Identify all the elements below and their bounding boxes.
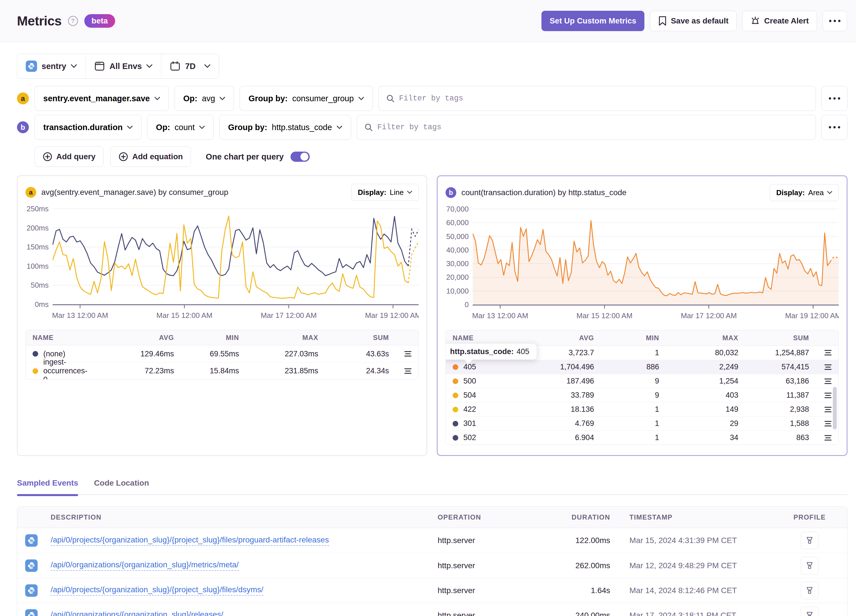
project-selector[interactable]: sentry	[17, 54, 85, 79]
event-duration: 262.00ms	[548, 561, 610, 570]
series-max: 149	[659, 405, 738, 414]
series-menu-icon[interactable]	[824, 378, 832, 384]
y-axis-tick: 60,000	[446, 218, 469, 227]
add-query-button[interactable]: Add query	[34, 146, 103, 167]
main-content: sentry All Envs 7D a sentry.event_manage…	[0, 42, 856, 616]
series-min: 69.55ms	[174, 350, 239, 358]
metric-select-a[interactable]: sentry.event_manager.save	[34, 86, 169, 111]
chevron-down-icon	[146, 64, 152, 68]
series-menu-icon[interactable]	[824, 407, 832, 413]
one-chart-per-query-toggle[interactable]	[291, 152, 310, 162]
chevron-down-icon	[220, 97, 225, 100]
series-name: 422	[463, 405, 476, 414]
series-color-dot	[453, 379, 458, 384]
groupby-select-b[interactable]: Group by: http.status_code	[219, 115, 351, 140]
series-row[interactable]: 4051,704.4968862,249574,415	[446, 360, 839, 374]
series-menu-icon[interactable]	[404, 351, 412, 357]
profile-icon	[806, 562, 813, 570]
one-chart-per-query-label: One chart per query	[206, 152, 284, 162]
col-header-name: NAME	[32, 334, 89, 342]
chart-canvas[interactable]	[52, 206, 419, 308]
tag-filter-input-a[interactable]	[399, 94, 808, 103]
series-menu-icon[interactable]	[824, 364, 832, 370]
series-max: 80,032	[659, 348, 738, 357]
x-axis: Mar 13 12:00 AMMar 15 12:00 AMMar 17 12:…	[52, 311, 419, 322]
x-axis-tick: Mar 15 12:00 AM	[156, 311, 212, 320]
series-min: 886	[594, 363, 659, 371]
series-line-tail	[408, 229, 419, 266]
series-row[interactable]: 5026.904134863	[446, 430, 839, 445]
header-more-button[interactable]	[823, 11, 847, 31]
display-value: Line	[390, 188, 404, 197]
event-description-link[interactable]: /api/0/projects/{organization_slug}/{pro…	[51, 585, 263, 596]
event-description-link[interactable]: /api/0/projects/{organization_slug}/{pro…	[51, 535, 329, 546]
tab-sampled-events[interactable]: Sampled Events	[17, 479, 78, 488]
event-operation: http.server	[437, 611, 548, 616]
op-value: count	[174, 123, 195, 132]
query-more-button-b[interactable]	[822, 115, 848, 140]
project-selector-value: sentry	[42, 62, 66, 71]
series-menu-icon[interactable]	[824, 350, 832, 356]
display-type-select[interactable]: Display:Line	[351, 184, 419, 201]
series-row[interactable]: 500187.49691,25463,186	[446, 374, 839, 388]
event-duration: 1.64s	[548, 586, 610, 595]
add-equation-button[interactable]: Add equation	[110, 146, 191, 167]
metric-select-b[interactable]: transaction.duration	[34, 115, 142, 140]
save-as-default-button[interactable]: Save as default	[650, 11, 737, 31]
summary-table-header: NAMEAVGMINMAXSUM	[26, 330, 419, 345]
event-description-link[interactable]: /api/0/organizations/{organization_slug}…	[51, 610, 223, 616]
series-menu-icon[interactable]	[824, 392, 832, 399]
calendar-icon	[170, 61, 180, 72]
series-menu-icon[interactable]	[404, 368, 412, 374]
y-axis-tick: 0ms	[35, 300, 49, 309]
series-menu-icon[interactable]	[824, 435, 832, 441]
help-icon[interactable]: ?	[68, 16, 78, 26]
series-avg: 6.904	[509, 433, 594, 442]
environment-selector[interactable]: All Envs	[85, 54, 161, 79]
col-header-sum: SUM	[318, 334, 389, 342]
display-type-select[interactable]: Display:Area	[770, 184, 839, 201]
query-badge-a: a	[17, 92, 29, 104]
series-row[interactable]: ingest-occurrences-072.23ms15.84ms231.85…	[26, 362, 419, 379]
tab-code-location[interactable]: Code Location	[94, 479, 149, 488]
op-label: Op:	[183, 94, 197, 103]
series-sum: 1,254,887	[738, 348, 809, 357]
date-range-selector[interactable]: 7D	[161, 54, 219, 79]
series-row[interactable]: 3014.7691291,588	[446, 416, 839, 430]
y-axis-tick: 30,000	[446, 259, 469, 268]
op-select-a[interactable]: Op: avg	[174, 86, 234, 111]
table-scrollbar[interactable]	[833, 387, 837, 429]
series-name: 500	[463, 377, 476, 385]
groupby-select-a[interactable]: Group by: consumer_group	[240, 86, 373, 111]
col-header-max: MAX	[239, 334, 318, 342]
setup-custom-metrics-button[interactable]: Set Up Custom Metrics	[542, 11, 645, 31]
col-header-min: MIN	[594, 334, 659, 342]
tag-filter-input-b[interactable]	[377, 123, 808, 131]
event-description-link[interactable]: /api/0/organizations/{organization_slug}…	[51, 560, 239, 571]
col-header-description: DESCRIPTION	[51, 513, 437, 521]
series-summary-table: NAMEAVGMINMAXSUM3,723.7180,0321,254,8874…	[445, 330, 839, 445]
create-alert-button[interactable]: Create Alert	[742, 11, 817, 31]
series-menu-icon[interactable]	[824, 420, 832, 427]
chart-canvas[interactable]	[473, 206, 839, 308]
plus-circle-icon	[43, 152, 52, 162]
op-select-b[interactable]: Op: count	[147, 115, 214, 140]
date-range-value: 7D	[185, 62, 196, 71]
series-avg: 18.136	[509, 405, 594, 414]
profile-button[interactable]	[801, 557, 818, 574]
x-axis-tick: Mar 13 12:00 AM	[52, 311, 108, 320]
event-operation: http.server	[437, 586, 548, 595]
series-min: 9	[594, 391, 659, 400]
series-sum: 574,415	[738, 363, 809, 371]
profile-button[interactable]	[801, 532, 818, 549]
profile-icon	[806, 611, 813, 616]
profile-button[interactable]	[801, 582, 818, 599]
series-row[interactable]: 42218.13611492,938	[446, 402, 839, 416]
chevron-down-icon	[407, 191, 412, 194]
y-axis-tick: 250ms	[26, 205, 49, 213]
search-icon	[386, 94, 395, 103]
query-more-button-a[interactable]	[822, 86, 848, 111]
metric-name: sentry.event_manager.save	[43, 94, 150, 103]
profile-button[interactable]	[801, 607, 818, 616]
series-row[interactable]: 50433.789940311,387	[446, 388, 839, 402]
